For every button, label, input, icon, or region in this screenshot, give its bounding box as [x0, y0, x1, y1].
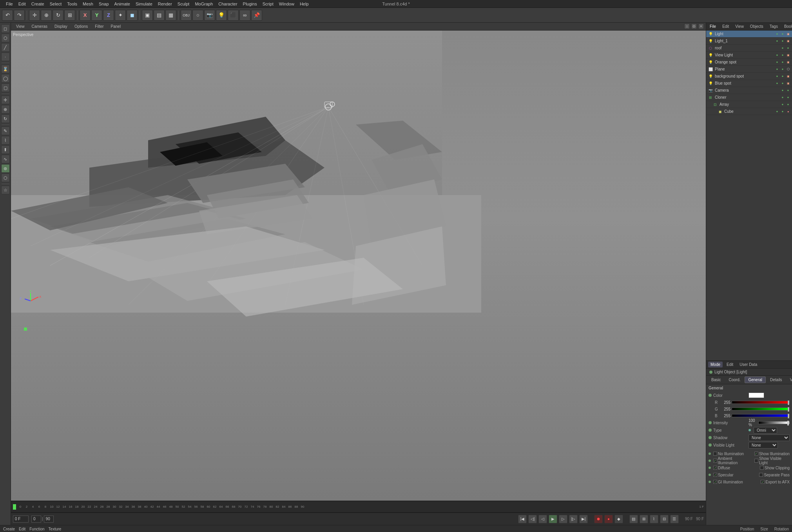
menu-mograph[interactable]: MoGraph	[192, 2, 216, 6]
object-row-bluespot[interactable]: 💡 Blue spot ● ● ▣	[706, 80, 792, 87]
vis-icon-bg-1[interactable]: ●	[775, 74, 779, 79]
record-btn[interactable]: ⏺	[594, 515, 603, 523]
current-frame-input[interactable]	[13, 516, 29, 523]
cb-sc-check[interactable]	[760, 466, 764, 470]
extra-tool[interactable]: ☆	[1, 186, 10, 194]
live-select[interactable]: ◯	[1, 74, 10, 83]
layer-btn[interactable]: ⊟	[660, 515, 669, 523]
prev-frame-btn[interactable]: ◁	[538, 515, 547, 523]
cb-svl-check[interactable]	[754, 459, 758, 463]
floor-btn[interactable]: ⬛	[228, 10, 239, 21]
inner-tab-details[interactable]: Details	[767, 376, 786, 383]
menu-script[interactable]: Script	[260, 2, 276, 6]
vis-icon-cl-1[interactable]: ●	[780, 95, 785, 100]
menu-render[interactable]: Render	[155, 2, 175, 6]
rect-select[interactable]: ▢	[1, 83, 10, 92]
menu-sculpt[interactable]: Sculpt	[175, 2, 192, 6]
model-tool[interactable]: ◻	[1, 24, 10, 33]
polygon-tool[interactable]: ⬡	[1, 34, 10, 42]
vis-icon-vl-2[interactable]: ●	[780, 53, 785, 58]
goto-start-btn[interactable]: |◀	[518, 515, 527, 523]
null-obj[interactable]: ○	[192, 10, 203, 21]
cb-si-check[interactable]: ✓	[754, 452, 758, 456]
menu-edit[interactable]: Edit	[16, 2, 29, 6]
cb-separate-pass[interactable]: Separate Pass	[759, 473, 790, 477]
cb-no-illumination[interactable]: No Illumination	[709, 452, 744, 456]
vis-icon-pl-1[interactable]: ●	[775, 67, 779, 72]
object-row-bgspot[interactable]: 💡 background spot ● ● ▣	[706, 73, 792, 80]
tab-panel[interactable]: Panel	[108, 24, 124, 29]
cb-ni-check[interactable]	[713, 452, 717, 456]
timeline[interactable]: 0 2 4 6 8 10 12 14 16 18 20 22 24 26	[11, 501, 706, 512]
b-slider[interactable]	[732, 414, 790, 417]
motion-clip-btn[interactable]: ▤	[629, 515, 638, 523]
vis-icon-bg-2[interactable]: ●	[780, 74, 785, 79]
object-row-cube[interactable]: ◼ Cube ● ● ●	[706, 108, 792, 115]
g-slider[interactable]	[732, 407, 790, 411]
render-all[interactable]: ▦	[165, 10, 176, 21]
om-edit[interactable]: Edit	[721, 24, 730, 29]
vis-icon-cu-2[interactable]: ●	[780, 109, 785, 114]
move-tool[interactable]: ✛	[29, 10, 40, 21]
menu-character[interactable]: Character	[216, 2, 240, 6]
cb-sp-check[interactable]	[759, 473, 763, 477]
vis-icon-l1-1[interactable]: ●	[775, 39, 779, 43]
cb-diff-check[interactable]: ✓	[713, 466, 717, 470]
extrude-tool[interactable]: ⬆	[1, 145, 10, 154]
cb-diffuse[interactable]: ✓ Diffuse	[709, 466, 730, 470]
props-tab-userdata[interactable]: User Data	[737, 362, 759, 367]
options-btn[interactable]: ☰	[670, 515, 679, 523]
object-row-array[interactable]: ⊡ Array ● ●	[706, 101, 792, 108]
vis-icon-vl-1[interactable]: ●	[775, 53, 779, 58]
tab-filter[interactable]: Filter	[92, 24, 107, 29]
object-row-cloner[interactable]: ⊞ Cloner ● ●	[706, 94, 792, 101]
auto-key-btn[interactable]: ●	[604, 515, 613, 523]
menu-help[interactable]: Help	[297, 2, 312, 6]
vis-icon-l1-2[interactable]: ●	[780, 39, 785, 43]
next-keyframe-btn[interactable]: |▷	[569, 515, 578, 523]
timeline-btn[interactable]: ⊞	[640, 515, 648, 523]
om-file[interactable]: File	[708, 24, 718, 29]
vis-icon-ar-1[interactable]: ●	[780, 102, 785, 107]
om-view[interactable]: View	[734, 24, 745, 29]
mat-menu-create[interactable]: Create	[3, 527, 15, 531]
inner-tab-general[interactable]: General	[745, 376, 766, 383]
vis-icon-ar-2[interactable]: ●	[786, 102, 790, 107]
mat-menu-function[interactable]: Function	[29, 527, 44, 531]
vis-icon-bs-2[interactable]: ●	[780, 81, 785, 86]
move-tool-l[interactable]: ✛	[1, 96, 10, 104]
render-region[interactable]: ▣	[142, 10, 153, 21]
model-mode[interactable]: ◼	[127, 10, 138, 21]
vis-icon-os-2[interactable]: ●	[780, 60, 785, 65]
cb-specular[interactable]: ✓ Specular	[709, 473, 733, 477]
object-row-orangespot[interactable]: 💡 Orange spot ● ● ▣	[706, 59, 792, 66]
om-bookmarks[interactable]: Bookmarks	[783, 24, 792, 29]
vis-icon-2[interactable]: ●	[780, 32, 785, 36]
tab-view[interactable]: View	[13, 24, 28, 29]
menu-tools[interactable]: Tools	[64, 2, 80, 6]
light-btn[interactable]: 💡	[216, 10, 227, 21]
knife-tool[interactable]: ⌇	[1, 136, 10, 145]
object-row-plane[interactable]: ⬜ Plane ● ● ⬡	[706, 66, 792, 73]
scale-tool-l[interactable]: ⊕	[1, 105, 10, 114]
menu-mesh[interactable]: Mesh	[80, 2, 96, 6]
intensity-slider[interactable]	[758, 421, 790, 424]
vis-icon-cl-2[interactable]: ●	[786, 95, 790, 100]
all-axis-btn[interactable]: ✦	[115, 10, 126, 21]
vis-icon-cam-2[interactable]: ●	[786, 88, 790, 93]
rotate-tool[interactable]: ↻	[53, 10, 63, 21]
tab-cameras[interactable]: Cameras	[29, 24, 51, 29]
tab-display[interactable]: Display	[51, 24, 71, 29]
yaxis-btn[interactable]: Y	[91, 10, 102, 21]
camera-btn[interactable]: 📷	[204, 10, 215, 21]
fcurve-btn[interactable]: ⌇	[650, 515, 658, 523]
pin-btn[interactable]: 📌	[251, 10, 262, 21]
xaxis-btn[interactable]: X	[80, 10, 91, 21]
vis-icon-os-1[interactable]: ●	[775, 60, 779, 65]
object-row-camera[interactable]: 📷 Camera ● ●	[706, 87, 792, 94]
menu-create[interactable]: Create	[29, 2, 47, 6]
menu-animate[interactable]: Animate	[112, 2, 133, 6]
edge-tool[interactable]: ╱	[1, 43, 10, 52]
cb-ambient-illumination[interactable]: ✓ Ambient Illumination	[709, 456, 751, 465]
inner-tab-basic[interactable]: Basic	[708, 376, 724, 383]
